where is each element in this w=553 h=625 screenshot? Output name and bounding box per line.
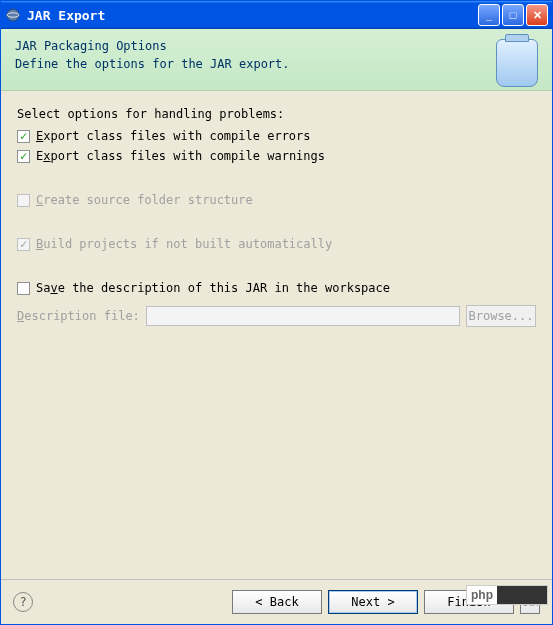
export-errors-row[interactable]: Export class files with compile errors bbox=[17, 129, 536, 143]
export-errors-checkbox[interactable] bbox=[17, 130, 30, 143]
banner-description: Define the options for the JAR export. bbox=[15, 57, 290, 71]
build-projects-checkbox bbox=[17, 238, 30, 251]
window-controls: _ □ ✕ bbox=[478, 4, 548, 26]
create-source-folder-row: Create source folder structure bbox=[17, 193, 536, 207]
svg-point-0 bbox=[7, 9, 19, 21]
browse-button: Browse... bbox=[466, 305, 536, 327]
window-title: JAR Export bbox=[27, 8, 478, 23]
description-file-row: Description file: Browse... bbox=[17, 305, 536, 327]
description-file-input bbox=[146, 306, 460, 326]
export-errors-label: Export class files with compile errors bbox=[36, 129, 311, 143]
maximize-button[interactable]: □ bbox=[502, 4, 524, 26]
minimize-button[interactable]: _ bbox=[478, 4, 500, 26]
titlebar[interactable]: JAR Export _ □ ✕ bbox=[1, 1, 552, 29]
create-source-folder-checkbox bbox=[17, 194, 30, 207]
build-projects-label: Build projects if not built automaticall… bbox=[36, 237, 332, 251]
jar-icon bbox=[496, 39, 538, 87]
export-warnings-checkbox[interactable] bbox=[17, 150, 30, 163]
save-description-checkbox[interactable] bbox=[17, 282, 30, 295]
help-icon[interactable]: ? bbox=[13, 592, 33, 612]
close-button[interactable]: ✕ bbox=[526, 4, 548, 26]
banner-title: JAR Packaging Options bbox=[15, 39, 290, 53]
eclipse-icon bbox=[5, 7, 21, 23]
jar-export-dialog: JAR Export _ □ ✕ JAR Packaging Options D… bbox=[0, 0, 553, 625]
watermark-bar bbox=[497, 586, 547, 604]
back-button[interactable]: < Back bbox=[232, 590, 322, 614]
build-projects-row: Build projects if not built automaticall… bbox=[17, 237, 536, 251]
php-watermark-text: php bbox=[467, 586, 497, 604]
export-warnings-label: Export class files with compile warnings bbox=[36, 149, 325, 163]
wizard-banner: JAR Packaging Options Define the options… bbox=[1, 29, 552, 91]
save-description-row[interactable]: Save the description of this JAR in the … bbox=[17, 281, 536, 295]
description-file-label: Description file: bbox=[17, 309, 140, 323]
save-description-label: Save the description of this JAR in the … bbox=[36, 281, 390, 295]
content-area: Select options for handling problems: Ex… bbox=[1, 91, 552, 579]
php-watermark: php bbox=[466, 585, 548, 605]
problems-section-label: Select options for handling problems: bbox=[17, 107, 536, 121]
create-source-folder-label: Create source folder structure bbox=[36, 193, 253, 207]
next-button[interactable]: Next > bbox=[328, 590, 418, 614]
export-warnings-row[interactable]: Export class files with compile warnings bbox=[17, 149, 536, 163]
